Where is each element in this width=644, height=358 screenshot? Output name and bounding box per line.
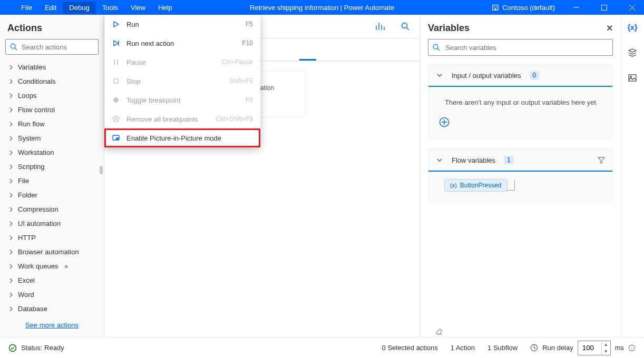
chevron-right-icon	[8, 292, 14, 297]
flow-variables-section: Flow variables 1 (x) ButtonPressed	[428, 149, 613, 203]
chevron-down-icon[interactable]	[436, 156, 443, 164]
menu-tools[interactable]: Tools	[96, 2, 124, 14]
action-category[interactable]: Workstation	[0, 145, 104, 160]
action-category[interactable]: Database	[0, 302, 104, 316]
run-delay-input[interactable]	[578, 341, 601, 355]
action-category[interactable]: Variables	[0, 60, 104, 74]
close-panel-button[interactable]: ✕	[606, 23, 613, 33]
menu-debug[interactable]: Debug	[63, 2, 95, 14]
rail-variables-button[interactable]: {x}	[625, 20, 640, 35]
rail-image-button[interactable]	[625, 71, 640, 85]
action-category[interactable]: Word	[0, 287, 104, 302]
menu-item-shortcut: F9	[246, 96, 253, 104]
org-label: Contoso (default)	[502, 4, 555, 12]
svg-point-4	[113, 97, 119, 103]
action-category[interactable]: System	[0, 131, 104, 145]
menu-item-shortcut: F10	[242, 39, 253, 47]
variables-search[interactable]	[428, 39, 613, 56]
debug-menu-enable-picture-in-picture-mode[interactable]: Enable Picture-in-Picture mode	[104, 128, 260, 147]
svg-point-9	[433, 44, 438, 49]
rail-layers-button[interactable]	[625, 45, 640, 60]
chevron-down-icon[interactable]	[436, 72, 443, 79]
chevron-right-icon	[8, 93, 14, 98]
chevron-right-icon	[8, 278, 14, 283]
variables-panel: Variables ✕ Input / output variables 0 T…	[421, 15, 621, 337]
window-minimize-button[interactable]	[564, 0, 588, 15]
action-category-label: Database	[18, 305, 47, 313]
chevron-right-icon	[8, 207, 14, 212]
action-category[interactable]: Work queues◈	[0, 259, 104, 273]
delay-down-button[interactable]: ▼	[602, 348, 610, 355]
action-category[interactable]: Run flow	[0, 117, 104, 131]
actions-search[interactable]	[5, 39, 99, 55]
eraser-icon[interactable]	[435, 327, 444, 336]
status-bar: Status: Ready 0 Selected actions 1 Actio…	[0, 337, 644, 358]
menu-bar: File Edit Debug Tools View Help	[0, 2, 179, 14]
subflow-tab[interactable]	[299, 48, 316, 61]
action-category[interactable]: Scripting	[0, 160, 104, 174]
action-category[interactable]: Compression	[0, 202, 104, 216]
menu-view[interactable]: View	[124, 2, 152, 14]
run-delay-field[interactable]: ▲ ▼	[578, 341, 611, 355]
chevron-right-icon	[8, 264, 14, 269]
action-category-label: Scripting	[18, 163, 45, 171]
svg-rect-3	[114, 79, 118, 83]
action-category[interactable]: File	[0, 174, 104, 188]
action-category[interactable]: Folder	[0, 188, 104, 202]
action-category-label: Word	[18, 291, 34, 299]
action-category-label: Loops	[18, 92, 36, 100]
chevron-right-icon	[8, 65, 14, 70]
debug-dropdown: RunF5Run next actionF10PauseCtrl+PauseSt…	[104, 15, 260, 147]
org-switcher[interactable]: Contoso (default)	[486, 4, 560, 12]
add-variable-button[interactable]	[439, 117, 450, 127]
flow-variables-count: 1	[504, 156, 514, 164]
chevron-right-icon	[8, 178, 14, 184]
menu-item-label: Remove all breakpoints	[126, 115, 198, 123]
action-category-label: Compression	[18, 205, 58, 213]
svg-rect-1	[602, 5, 607, 10]
scrollbar-thumb[interactable]	[100, 166, 103, 174]
actions-heading: Actions	[0, 15, 104, 39]
flow-variable-chip[interactable]: (x) ButtonPressed	[444, 179, 508, 192]
search-icon[interactable]	[401, 22, 409, 31]
actions-search-input[interactable]	[21, 43, 94, 52]
status-ok-icon	[8, 344, 17, 352]
flow-variable-name: ButtonPressed	[460, 182, 502, 189]
action-category[interactable]: Excel	[0, 273, 104, 287]
status-actions: 1 Action	[451, 344, 475, 352]
action-category-label: Workstation	[18, 148, 54, 156]
action-category[interactable]: HTTP	[0, 231, 104, 245]
pip-icon	[112, 134, 120, 142]
image-icon	[628, 74, 637, 82]
chevron-right-icon	[8, 136, 14, 141]
action-category[interactable]: Conditionals	[0, 74, 104, 88]
window-title: Retrieve shipping information | Power Au…	[250, 4, 394, 12]
info-icon[interactable]	[628, 344, 636, 352]
menu-help[interactable]: Help	[152, 2, 179, 14]
debug-menu-run[interactable]: RunF5	[104, 15, 260, 34]
action-category-label: Folder	[18, 191, 37, 199]
debug-menu-run-next-action[interactable]: Run next actionF10	[104, 34, 260, 53]
action-category[interactable]: Loops	[0, 88, 104, 103]
chart-icon[interactable]	[376, 22, 385, 31]
io-variables-title: Input / output variables	[452, 72, 521, 79]
action-category[interactable]: UI automation	[0, 216, 104, 231]
variable-icon: (x)	[450, 182, 457, 188]
menu-edit[interactable]: Edit	[38, 2, 63, 14]
menu-file[interactable]: File	[15, 2, 38, 14]
delay-up-button[interactable]: ▲	[602, 341, 610, 348]
menu-item-shortcut: Ctrl+Pause	[221, 58, 253, 66]
chevron-right-icon	[8, 250, 14, 255]
window-close-button[interactable]	[620, 0, 644, 15]
chevron-right-icon	[8, 150, 14, 155]
status-text: Status: Ready	[21, 344, 64, 352]
window-maximize-button[interactable]	[592, 0, 616, 15]
filter-icon[interactable]	[598, 156, 605, 164]
bp-icon	[112, 96, 120, 104]
action-category[interactable]: Flow control	[0, 103, 104, 117]
search-icon	[433, 44, 440, 51]
main-content: Actions VariablesConditionalsLoopsFlow c…	[0, 15, 644, 337]
see-more-actions[interactable]: See more actions	[0, 316, 104, 334]
action-category[interactable]: Browser automation	[0, 245, 104, 259]
variables-search-input[interactable]	[444, 43, 608, 52]
